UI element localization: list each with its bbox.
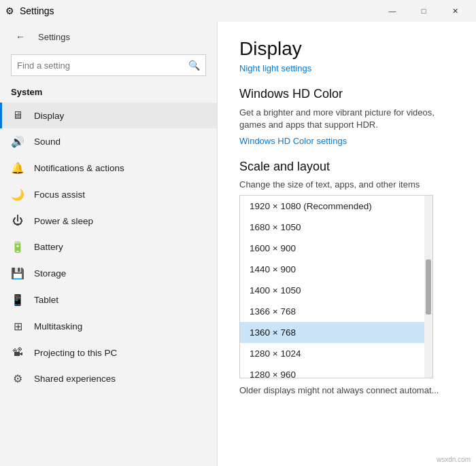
older-displays-text: Older displays might not always connect …: [239, 385, 454, 395]
sidebar-item-label-shared: Shared experiences: [34, 374, 116, 384]
resolution-dropdown[interactable]: 1920 × 1080 (Recommended)1680 × 10501600…: [239, 195, 433, 378]
notifications-icon: 🔔: [11, 162, 24, 175]
sidebar-item-label-focus: Focus assist: [34, 190, 85, 200]
title-bar: ⚙ Settings — □ ✕: [0, 0, 476, 22]
sidebar-item-label-power: Power & sleep: [34, 216, 93, 226]
sidebar-item-projecting[interactable]: 📽 Projecting to this PC: [0, 340, 217, 365]
minimize-button[interactable]: —: [377, 0, 408, 22]
main-content: Display Night light settings Windows HD …: [218, 22, 476, 466]
sidebar-item-label-notifications: Notifications & actions: [34, 163, 124, 173]
sidebar: ← Settings 🔍 System 🖥 Display 🔊 Sound 🔔 …: [0, 22, 218, 466]
sidebar-item-shared[interactable]: ⚙ Shared experiences: [0, 365, 217, 392]
shared-icon: ⚙: [11, 372, 24, 385]
scale-description: Change the size of text, apps, and other…: [239, 179, 454, 190]
night-light-link[interactable]: Night light settings: [239, 63, 311, 73]
back-icon: ←: [16, 31, 25, 42]
title-bar-controls: — □ ✕: [377, 0, 471, 22]
sidebar-item-label-battery: Battery: [34, 242, 63, 252]
resolution-item[interactable]: 1360 × 768: [240, 322, 432, 343]
battery-icon: 🔋: [11, 240, 24, 253]
sidebar-item-display[interactable]: 🖥 Display: [0, 103, 217, 128]
sound-icon: 🔊: [11, 135, 24, 148]
sidebar-item-focus[interactable]: 🌙 Focus assist: [0, 181, 217, 208]
scale-heading: Scale and layout: [239, 160, 454, 174]
title-bar-left: ⚙ Settings: [5, 5, 54, 16]
title-bar-title: Settings: [20, 5, 54, 16]
app-container: ← Settings 🔍 System 🖥 Display 🔊 Sound 🔔 …: [0, 22, 476, 466]
display-icon: 🖥: [11, 109, 24, 122]
back-button[interactable]: ←: [11, 27, 30, 46]
multitasking-icon: ⊞: [11, 320, 24, 333]
resolution-item[interactable]: 1440 × 900: [240, 259, 432, 280]
sidebar-item-sound[interactable]: 🔊 Sound: [0, 128, 217, 155]
focus-icon: 🌙: [11, 188, 24, 201]
sidebar-nav-top: ← Settings: [0, 22, 217, 52]
settings-icon: ⚙: [5, 5, 14, 16]
resolution-item[interactable]: 1280 × 1024: [240, 343, 432, 364]
tablet-icon: 📱: [11, 293, 24, 306]
sidebar-section-title: System: [0, 84, 217, 103]
hd-color-desc: Get a brighter and more vibrant picture …: [239, 107, 454, 131]
sidebar-item-multitasking[interactable]: ⊞ Multitasking: [0, 313, 217, 340]
sidebar-items-container: 🖥 Display 🔊 Sound 🔔 Notifications & acti…: [0, 103, 217, 392]
sidebar-item-storage[interactable]: 💾 Storage: [0, 260, 217, 287]
resolution-list: 1920 × 1080 (Recommended)1680 × 10501600…: [240, 196, 432, 378]
close-button[interactable]: ✕: [439, 0, 471, 22]
resolution-item[interactable]: 1280 × 960: [240, 364, 432, 378]
scale-section: Scale and layout Change the size of text…: [239, 160, 454, 395]
dropdown-scroll-thumb: [426, 259, 431, 314]
sidebar-item-tablet[interactable]: 📱 Tablet: [0, 287, 217, 313]
sidebar-item-label-projecting: Projecting to this PC: [34, 348, 117, 358]
sidebar-item-power[interactable]: ⏻ Power & sleep: [0, 208, 217, 234]
resolution-item[interactable]: 1400 × 1050: [240, 280, 432, 301]
power-icon: ⏻: [11, 215, 24, 227]
search-box[interactable]: 🔍: [11, 54, 206, 76]
search-input[interactable]: [17, 60, 188, 71]
sidebar-item-label-storage: Storage: [34, 268, 66, 279]
sidebar-app-title: Settings: [38, 32, 70, 42]
page-title: Display: [239, 38, 454, 60]
maximize-button[interactable]: □: [408, 0, 439, 22]
resolution-item[interactable]: 1366 × 768: [240, 301, 432, 322]
hd-color-link[interactable]: Windows HD Color settings: [239, 136, 347, 146]
sidebar-item-label-tablet: Tablet: [34, 295, 58, 305]
storage-icon: 💾: [11, 267, 24, 280]
sidebar-item-label-sound: Sound: [34, 137, 61, 147]
resolution-item[interactable]: 1600 × 900: [240, 238, 432, 259]
search-icon: 🔍: [188, 60, 200, 71]
hd-color-heading: Windows HD Color: [239, 87, 454, 101]
dropdown-scrollbar[interactable]: [424, 196, 432, 378]
resolution-item[interactable]: 1920 × 1080 (Recommended): [240, 196, 432, 217]
watermark: wsxdn.com: [437, 456, 471, 463]
sidebar-item-label-display: Display: [34, 111, 64, 121]
sidebar-item-label-multitasking: Multitasking: [34, 321, 82, 331]
projecting-icon: 📽: [11, 346, 24, 359]
resolution-item[interactable]: 1680 × 1050: [240, 217, 432, 238]
sidebar-item-battery[interactable]: 🔋 Battery: [0, 234, 217, 260]
sidebar-item-notifications[interactable]: 🔔 Notifications & actions: [0, 155, 217, 181]
